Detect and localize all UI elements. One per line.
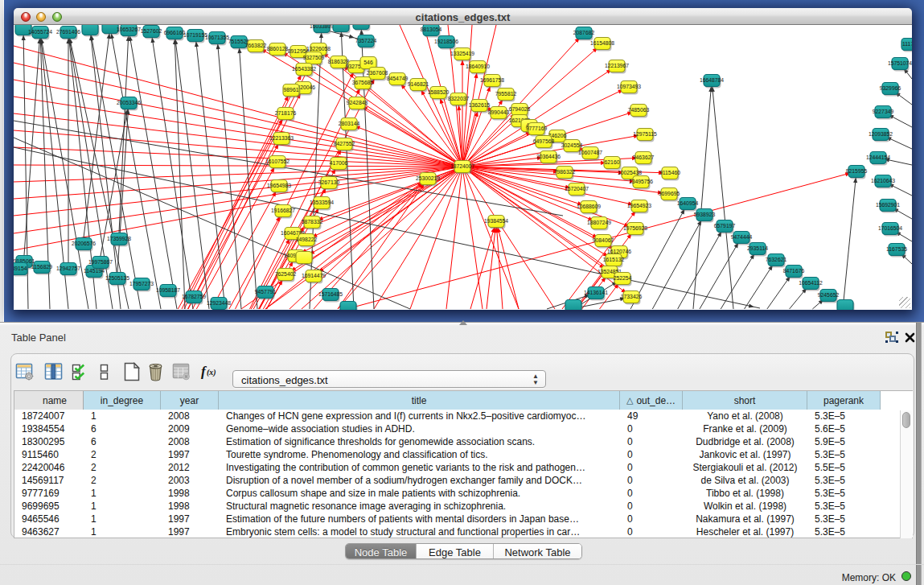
graph-node[interactable]: 16648784 [700, 75, 724, 89]
graph-node[interactable]: 62160 [604, 157, 622, 171]
graph-node[interactable]: 20053346 [117, 97, 141, 111]
graph-node[interactable]: 98961 [283, 84, 301, 98]
graph-node[interactable] [333, 25, 351, 34]
graph-node[interactable]: 16914479 [302, 270, 326, 284]
graph-node[interactable] [340, 302, 358, 311]
graph-node[interactable]: 10958187 [156, 285, 180, 299]
tab-node-table[interactable]: Node Table [346, 544, 416, 559]
graph-node[interactable] [82, 25, 100, 37]
graph-node[interactable]: 7625402 [275, 269, 297, 282]
graph-node[interactable]: 19654923 [627, 200, 651, 214]
graph-node[interactable]: 16210643 [871, 175, 895, 189]
graph-node[interactable]: 9115460 [659, 167, 680, 181]
graph-node[interactable]: 19654983 [267, 180, 291, 194]
graph-node[interactable]: 27691406 [56, 27, 80, 40]
graph-node[interactable]: 9474444 [731, 232, 753, 245]
function-icon[interactable]: f(x) [200, 362, 220, 381]
column-header-short[interactable]: short [683, 391, 807, 410]
graph-node[interactable] [353, 25, 371, 31]
graph-node[interactable]: 14136141 [584, 287, 608, 301]
table-row[interactable]: 977716911998Corpus callosum shape and si… [14, 488, 881, 501]
column-header-in_degree[interactable]: in_degree [84, 391, 161, 410]
table-row[interactable]: 2242004622012Investigating the contribut… [14, 462, 881, 475]
scrollbar-thumb[interactable] [902, 412, 910, 428]
graph-node[interactable]: 10654112 [799, 278, 823, 291]
delete-table-icon[interactable] [172, 362, 191, 381]
column-header-pagerank[interactable]: pagerank [807, 391, 881, 410]
graph-node[interactable]: 7663822 [245, 40, 267, 54]
vertical-scrollbar[interactable] [900, 410, 912, 538]
graph-node[interactable]: 15692901 [876, 200, 900, 213]
graph-node[interactable]: 7986322 [554, 167, 576, 180]
new-document-icon[interactable] [122, 362, 142, 381]
graph-node[interactable]: 3675685 [352, 77, 374, 91]
graph-node[interactable]: 12444154 [866, 152, 890, 166]
column-header-year[interactable]: year [161, 391, 219, 410]
graph-node[interactable]: 15720407 [565, 183, 589, 197]
graph-node[interactable]: 16107552 [265, 156, 290, 170]
tab-edge-table[interactable]: Edge Table [416, 544, 493, 559]
graph-node[interactable]: 12923448 [207, 298, 231, 311]
graph-node[interactable]: 7632621 [766, 254, 787, 268]
graph-node[interactable]: 17957273 [129, 278, 154, 292]
graph-node[interactable]: 39154 [14, 263, 29, 277]
table-settings-icon[interactable] [15, 362, 35, 381]
graph-node[interactable]: 2803144 [339, 118, 360, 132]
graph-node[interactable]: 10671355 [205, 32, 229, 46]
graph-node[interactable]: 1167535 [886, 244, 907, 257]
graph-node[interactable]: 252254 [614, 273, 632, 286]
tab-network-table[interactable]: Network Table [493, 544, 581, 559]
graph-node[interactable]: 9227349 [873, 106, 894, 120]
graph-node[interactable]: 8427552 [334, 138, 355, 152]
graph-node[interactable]: 2935114 [747, 243, 768, 257]
graph-node[interactable]: 10719155 [183, 30, 207, 43]
table-row[interactable]: 1830029562008Estimation of significance … [14, 436, 881, 449]
panel-divider-grip[interactable] [459, 320, 467, 325]
graph-node[interactable] [837, 300, 855, 311]
graph-node[interactable]: 3267130 [318, 177, 340, 191]
graph-node[interactable]: 9699695 [659, 188, 680, 202]
window-resize-grip[interactable] [899, 297, 910, 308]
graph-node[interactable]: 19384554 [484, 216, 508, 229]
row-boxes-icon[interactable] [95, 362, 114, 381]
graph-node[interactable]: 15751074 [888, 58, 912, 72]
trash-icon[interactable] [146, 362, 166, 381]
table-row[interactable]: 1456911722003Disruption of a novel membe… [14, 475, 881, 488]
graph-node[interactable]: 9463627 [633, 152, 655, 166]
graph-node[interactable]: 9146821 [408, 79, 429, 93]
graph-node[interactable]: 13533594 [310, 197, 334, 211]
graph-node[interactable]: 1640954 [677, 198, 699, 212]
graph-node[interactable] [565, 300, 583, 311]
graph-node[interactable]: 8215955 [846, 166, 868, 179]
table-row[interactable]: 946554611997Estimation of the future num… [14, 513, 881, 526]
close-panel-icon[interactable] [905, 332, 915, 342]
graph-node[interactable]: 13325419 [450, 48, 474, 62]
graph-node[interactable] [296, 252, 314, 266]
graph-node[interactable]: 9329966 [880, 83, 901, 97]
table-row[interactable]: 1938455462009Genome–wide association stu… [14, 423, 881, 436]
graph-node[interactable]: 1362615 [469, 100, 491, 113]
graph-node[interactable]: 8813054 [421, 25, 442, 38]
window-titlebar[interactable]: citations_edges.txt [14, 8, 912, 25]
graph-node[interactable]: 6579197 [714, 220, 736, 234]
graph-node[interactable]: 1527602 [141, 26, 162, 39]
graph-node[interactable]: 8471676 [783, 266, 805, 279]
graph-node[interactable]: 7357224 [355, 35, 377, 49]
graph-node[interactable]: 17016504 [878, 223, 902, 237]
graph-node[interactable]: 8322037 [448, 93, 470, 107]
table-row[interactable]: 946362711997Embryonic stem cells: a mode… [14, 526, 881, 539]
row-check-icon[interactable] [71, 362, 90, 381]
graph-node[interactable]: 1733426 [621, 291, 643, 305]
float-panel-icon[interactable] [885, 332, 898, 343]
graph-node[interactable]: 2087682 [573, 27, 595, 41]
table-row[interactable]: 1872400712008Changes of HCN gene express… [14, 410, 881, 423]
graph-node[interactable]: 5938923 [694, 209, 716, 223]
graph-node[interactable]: 7485063 [628, 105, 650, 118]
table-row[interactable]: 911546021997Tourette syndrome. Phenomeno… [14, 449, 881, 462]
column-header-out_de[interactable]: △out_de… [620, 391, 683, 410]
graph-node[interactable]: 12093852 [869, 129, 893, 142]
graph-node[interactable]: 10653267 [117, 25, 141, 38]
graph-node[interactable]: 6966160 [164, 27, 186, 41]
table-row[interactable]: 969969511998Structural magnetic resonanc… [14, 501, 881, 513]
graph-node[interactable]: 8860128 [267, 43, 289, 57]
